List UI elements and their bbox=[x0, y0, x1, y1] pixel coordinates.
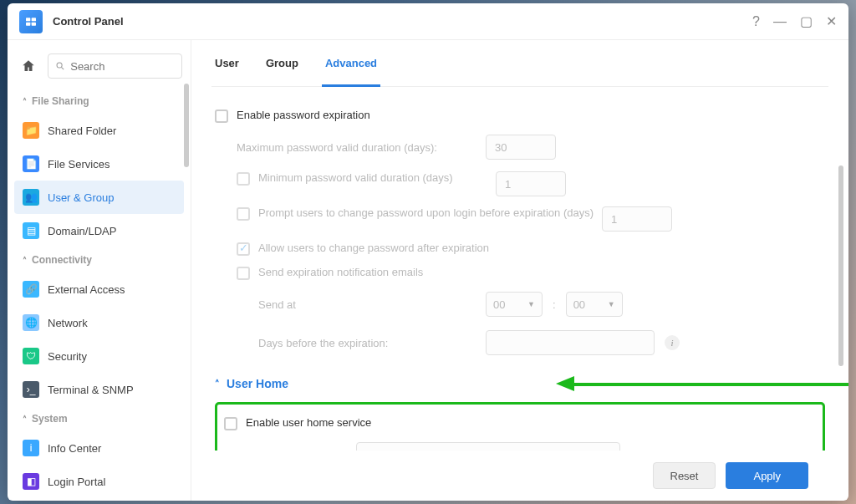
caret-down-icon: ▼ bbox=[608, 300, 615, 308]
sidebar-item-label: User & Group bbox=[48, 191, 114, 204]
enable-password-expiration-checkbox[interactable] bbox=[215, 109, 228, 123]
info-icon[interactable]: i bbox=[665, 335, 680, 350]
user-home-section-header[interactable]: ˄ User Home bbox=[215, 362, 825, 399]
titlebar: Control Panel ? — ▢ ✕ bbox=[8, 3, 848, 40]
reset-button[interactable]: Reset bbox=[653, 462, 716, 489]
sidebar-item-external-access[interactable]: 🔗 External Access bbox=[14, 272, 184, 306]
send-at-minute-select[interactable]: 00▼ bbox=[566, 292, 623, 317]
folder-icon: 📁 bbox=[23, 122, 39, 139]
sidebar-scrollbar[interactable] bbox=[184, 84, 189, 167]
svg-rect-3 bbox=[32, 22, 36, 25]
send-at-label: Send at bbox=[258, 298, 476, 311]
sidebar-item-label: Security bbox=[48, 350, 87, 363]
sidebar-item-label: Login Portal bbox=[48, 476, 105, 488]
min-valid-label: Minimum password valid duration (days) bbox=[258, 171, 487, 184]
allow-change-checkbox bbox=[237, 242, 250, 256]
tabs: User Group Advanced bbox=[211, 50, 828, 87]
svg-rect-1 bbox=[32, 18, 36, 21]
network-icon: 🌐 bbox=[23, 314, 39, 331]
sidebar-item-login-portal[interactable]: ◧ Login Portal bbox=[14, 465, 184, 498]
maximize-icon[interactable]: ▢ bbox=[800, 13, 813, 29]
prompt-checkbox bbox=[237, 207, 250, 221]
sidebar-item-info-center[interactable]: i Info Center bbox=[14, 431, 184, 465]
sidebar-item-label: File Services bbox=[48, 158, 110, 171]
tab-user[interactable]: User bbox=[211, 50, 242, 86]
user-group-icon: 👥 bbox=[23, 189, 39, 206]
highlight-annotation: Enable user home service Location of hom… bbox=[215, 402, 825, 451]
home-button[interactable] bbox=[16, 53, 41, 79]
section-system[interactable]: ˄ System bbox=[14, 406, 184, 431]
sidebar-item-label: External Access bbox=[48, 283, 125, 296]
section-file-sharing[interactable]: ˄ File Sharing bbox=[14, 89, 184, 114]
sidebar-item-file-services[interactable]: 📄 File Services bbox=[14, 147, 184, 181]
sidebar-item-network[interactable]: 🌐 Network bbox=[14, 306, 184, 339]
max-valid-label: Maximum password valid duration (days): bbox=[237, 141, 476, 154]
sidebar-item-terminal-snmp[interactable]: ›_ Terminal & SNMP bbox=[14, 373, 184, 406]
settings-panel: Enable password expiration Maximum passw… bbox=[211, 87, 828, 451]
apply-button[interactable]: Apply bbox=[726, 462, 808, 489]
prompt-label: Prompt users to change password upon log… bbox=[258, 206, 594, 219]
svg-point-4 bbox=[57, 63, 62, 68]
sidebar-item-label: Network bbox=[48, 317, 88, 329]
terminal-icon: ›_ bbox=[23, 381, 39, 398]
help-icon[interactable]: ? bbox=[752, 14, 760, 29]
login-portal-icon: ◧ bbox=[23, 473, 39, 490]
chevron-up-icon: ˄ bbox=[23, 97, 27, 106]
domain-icon: ▤ bbox=[23, 222, 39, 239]
sidebar-item-label: Terminal & SNMP bbox=[48, 384, 134, 396]
tab-group[interactable]: Group bbox=[262, 50, 302, 86]
chevron-up-icon: ˄ bbox=[23, 256, 27, 265]
tab-advanced[interactable]: Advanced bbox=[322, 50, 380, 86]
allow-change-label: Allow users to change password after exp… bbox=[258, 242, 489, 254]
sidebar-item-label: Info Center bbox=[48, 442, 101, 455]
info-icon: i bbox=[23, 440, 39, 456]
enable-password-expiration-label: Enable password expiration bbox=[237, 109, 370, 121]
sidebar-item-label: Domain/LDAP bbox=[48, 225, 116, 237]
search-icon bbox=[55, 60, 65, 72]
enable-user-home-checkbox[interactable] bbox=[224, 417, 237, 430]
max-valid-input[interactable] bbox=[486, 135, 556, 160]
footer: Reset Apply bbox=[211, 451, 828, 501]
file-services-icon: 📄 bbox=[23, 155, 39, 172]
content-scrollbar[interactable] bbox=[838, 165, 843, 366]
minimize-icon[interactable]: — bbox=[773, 14, 787, 29]
chevron-up-icon: ˄ bbox=[23, 415, 27, 424]
sidebar-item-security[interactable]: 🛡 Security bbox=[14, 339, 184, 373]
svg-rect-0 bbox=[26, 18, 30, 21]
time-separator: : bbox=[553, 298, 556, 311]
location-select[interactable]: Volume 1 (Available capacity: 39 GB)▼ bbox=[356, 442, 620, 451]
send-notif-checkbox bbox=[237, 267, 250, 280]
sidebar-item-user-group[interactable]: 👥 User & Group bbox=[14, 181, 184, 214]
app-icon bbox=[19, 10, 43, 33]
chevron-up-icon: ˄ bbox=[215, 379, 220, 389]
send-notif-label: Send expiration notification emails bbox=[258, 266, 423, 278]
caret-down-icon: ▼ bbox=[527, 300, 535, 308]
days-before-label: Days before the expiration: bbox=[258, 337, 476, 349]
content-area: User Group Advanced Enable password expi… bbox=[191, 40, 848, 501]
svg-line-5 bbox=[62, 68, 64, 70]
sidebar-item-domain-ldap[interactable]: ▤ Domain/LDAP bbox=[14, 214, 184, 247]
search-input[interactable] bbox=[70, 60, 175, 73]
days-before-input[interactable] bbox=[486, 330, 655, 355]
min-valid-input[interactable] bbox=[496, 171, 566, 196]
sidebar-item-shared-folder[interactable]: 📁 Shared Folder bbox=[14, 114, 184, 147]
section-connectivity[interactable]: ˄ Connectivity bbox=[14, 247, 184, 272]
window-title: Control Panel bbox=[53, 15, 124, 28]
send-at-hour-select[interactable]: 00▼ bbox=[486, 292, 543, 317]
prompt-input[interactable] bbox=[602, 206, 672, 232]
sidebar: ˄ File Sharing 📁 Shared Folder 📄 File Se… bbox=[8, 40, 191, 501]
shield-icon: 🛡 bbox=[23, 348, 39, 364]
control-panel-window: Control Panel ? — ▢ ✕ ˄ File Sharing bbox=[8, 3, 848, 501]
external-access-icon: 🔗 bbox=[23, 281, 39, 298]
sidebar-item-label: Shared Folder bbox=[48, 125, 116, 137]
search-box[interactable] bbox=[48, 53, 182, 79]
close-icon[interactable]: ✕ bbox=[826, 13, 837, 29]
min-valid-checkbox bbox=[237, 172, 250, 186]
enable-user-home-label: Enable user home service bbox=[246, 416, 371, 429]
svg-rect-2 bbox=[26, 22, 30, 25]
